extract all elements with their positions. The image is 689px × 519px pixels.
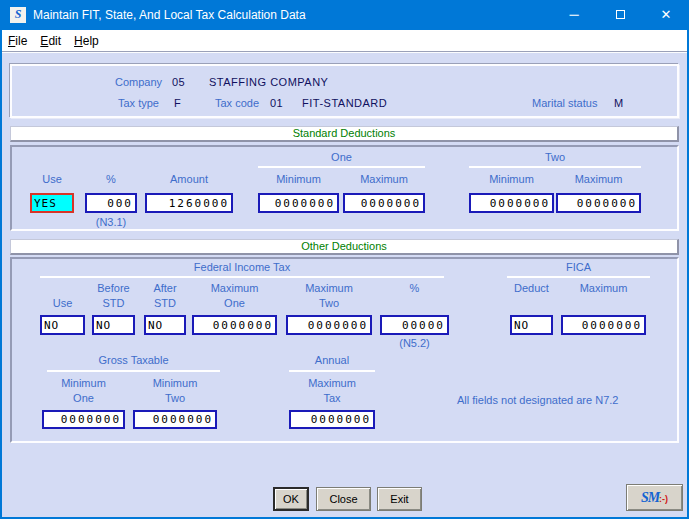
minimize-icon: ─ xyxy=(569,7,578,22)
fit-use-field[interactable] xyxy=(40,315,85,335)
annual-label: Annual xyxy=(269,354,395,366)
annual-maximum-tax-field[interactable] xyxy=(289,410,375,429)
maximum-one-label-top: Maximum xyxy=(192,282,277,294)
app-window: S Maintain FIT, State, And Local Tax Cal… xyxy=(0,0,689,519)
fica-label: FICA xyxy=(507,261,650,273)
one-maximum-label: Maximum xyxy=(343,173,425,185)
fit-percent-field[interactable] xyxy=(380,315,449,335)
close-icon: ✕ xyxy=(661,7,672,22)
fica-underline xyxy=(507,276,650,278)
two-maximum-field[interactable] xyxy=(556,193,641,213)
other-deductions-panel: Federal Income Tax FICA Before After Max… xyxy=(10,257,679,443)
federal-income-tax-underline xyxy=(40,276,444,278)
menu-edit[interactable]: Edit xyxy=(40,34,61,48)
std-use-field[interactable] xyxy=(30,193,74,213)
two-maximum-label: Maximum xyxy=(556,173,641,185)
after-std-label: STD xyxy=(144,297,186,309)
fit-percent-label: % xyxy=(380,282,449,294)
fica-deduct-field[interactable] xyxy=(510,315,553,335)
percent-format-note: (N3.1) xyxy=(85,216,137,228)
ok-button[interactable]: OK xyxy=(273,487,309,511)
standard-deductions-panel: One Two Use % Amount Minimum Maximum Min… xyxy=(10,145,679,231)
fit-maximum-one-field[interactable] xyxy=(192,315,277,335)
exit-button[interactable]: Exit xyxy=(377,487,422,511)
before-label: Before xyxy=(92,282,135,294)
gross-minimum-one-field[interactable] xyxy=(42,410,125,429)
close-window-button[interactable]: Close xyxy=(316,487,371,511)
menu-bar: File Edit Help xyxy=(2,30,687,52)
maximum-two-label-top: Maximum xyxy=(286,282,372,294)
after-label: After xyxy=(144,282,186,294)
maximize-button[interactable] xyxy=(597,0,643,30)
sm-logo: SM xyxy=(641,490,659,505)
deduct-label: Deduct xyxy=(500,282,563,294)
tax-info-panel: Company 05 STAFFING COMPANY Tax type F T… xyxy=(10,64,679,118)
other-deductions-header: Other Deductions xyxy=(10,239,679,255)
annual-maximum-label-top: Maximum xyxy=(289,377,375,389)
gross-min-one-label-top: Minimum xyxy=(42,377,125,389)
annual-underline xyxy=(289,370,375,372)
company-label: Company xyxy=(115,76,162,88)
app-icon: S xyxy=(10,7,26,23)
menu-file[interactable]: File xyxy=(8,34,27,48)
fica-maximum-field[interactable] xyxy=(561,315,646,335)
one-maximum-field[interactable] xyxy=(343,193,425,213)
fit-percent-format-note: (N5.2) xyxy=(380,337,449,349)
tax-code-value: 01 xyxy=(270,97,283,109)
std-amount-field[interactable] xyxy=(145,193,233,213)
group-one-label: One xyxy=(258,151,425,163)
after-std-field[interactable] xyxy=(144,315,186,335)
maximum-one-label-bottom: One xyxy=(192,297,277,309)
maximum-two-label-bottom: Two xyxy=(286,297,372,309)
fit-maximum-two-field[interactable] xyxy=(286,315,372,335)
marital-status-value: M xyxy=(614,97,624,109)
tax-code-name: FIT-STANDARD xyxy=(302,97,387,109)
before-std-field[interactable] xyxy=(92,315,135,335)
window-title: Maintain FIT, State, And Local Tax Calcu… xyxy=(33,0,306,30)
tax-type-label: Tax type xyxy=(118,97,159,109)
company-code: 05 xyxy=(172,76,185,88)
one-minimum-label: Minimum xyxy=(258,173,339,185)
tax-type-value: F xyxy=(174,97,181,109)
standard-deductions-header: Standard Deductions xyxy=(10,126,679,142)
title-bar[interactable]: S Maintain FIT, State, And Local Tax Cal… xyxy=(0,0,689,30)
company-name: STAFFING COMPANY xyxy=(209,76,328,88)
one-minimum-field[interactable] xyxy=(258,193,339,213)
two-minimum-field[interactable] xyxy=(469,193,554,213)
annual-maximum-label-bottom: Tax xyxy=(289,392,375,404)
minimize-button[interactable]: ─ xyxy=(551,0,597,30)
gross-minimum-two-field[interactable] xyxy=(133,410,217,429)
before-std-label: STD xyxy=(92,297,135,309)
group-one-underline xyxy=(258,166,425,168)
gross-taxable-underline xyxy=(47,370,220,372)
amount-label: Amount xyxy=(145,173,233,185)
format-note: All fields not designated are N7.2 xyxy=(457,394,618,406)
menu-help[interactable]: Help xyxy=(74,34,99,48)
fit-use-label: Use xyxy=(40,297,85,309)
federal-income-tax-label: Federal Income Tax xyxy=(40,261,444,273)
tax-code-label: Tax code xyxy=(215,97,259,109)
gross-taxable-label: Gross Taxable xyxy=(47,354,220,366)
std-percent-field[interactable] xyxy=(85,193,137,213)
fica-maximum-label: Maximum xyxy=(561,282,646,294)
group-two-underline xyxy=(469,166,641,168)
close-button[interactable]: ✕ xyxy=(643,0,689,30)
percent-label: % xyxy=(85,173,137,185)
use-label: Use xyxy=(30,173,74,185)
gross-min-two-label-bottom: Two xyxy=(133,392,217,404)
gross-min-two-label-top: Minimum xyxy=(133,377,217,389)
group-two-label: Two xyxy=(469,151,641,163)
sm-logo-button[interactable]: SM:-) xyxy=(626,484,683,511)
smiley-icon: :-) xyxy=(659,494,668,504)
marital-status-label: Marital status xyxy=(532,97,597,109)
gross-min-one-label-bottom: One xyxy=(42,392,125,404)
two-minimum-label: Minimum xyxy=(469,173,554,185)
maximize-icon xyxy=(616,10,625,19)
